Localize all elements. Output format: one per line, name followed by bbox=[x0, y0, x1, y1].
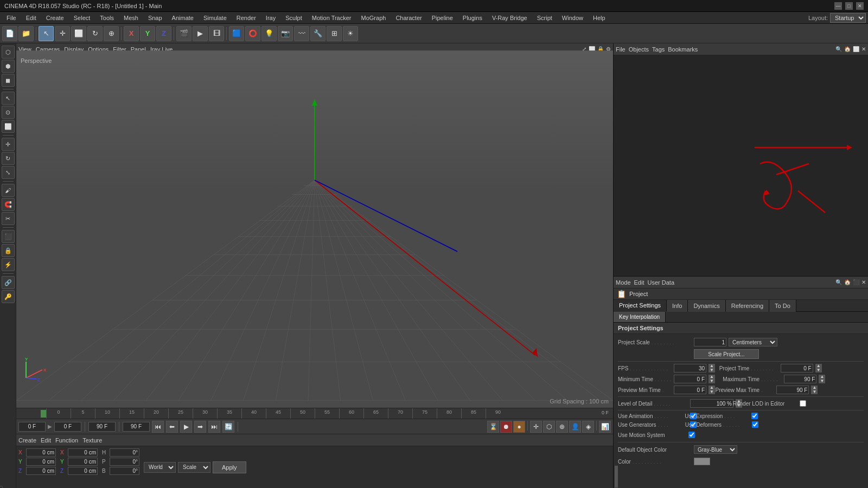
sidebar-live-sel[interactable]: ⊙ bbox=[2, 106, 15, 119]
props-userdata[interactable]: User Data bbox=[648, 279, 675, 286]
om-file[interactable]: File bbox=[616, 46, 626, 53]
material-create[interactable]: Create bbox=[18, 437, 36, 444]
toolbar-rotate[interactable]: ↻ bbox=[87, 26, 103, 41]
preview-max-input[interactable] bbox=[776, 386, 809, 394]
toolbar-cursor[interactable]: ↖ bbox=[39, 26, 54, 41]
menu-render[interactable]: Render bbox=[232, 14, 260, 22]
om-objects[interactable]: Objects bbox=[629, 46, 649, 53]
h-rotation[interactable] bbox=[110, 448, 139, 457]
z-scale[interactable] bbox=[68, 467, 98, 475]
toolbar-light[interactable]: 💡 bbox=[261, 26, 277, 41]
menu-edit[interactable]: Edit bbox=[22, 14, 41, 22]
menu-simulate[interactable]: Simulate bbox=[199, 14, 231, 22]
sidebar-move[interactable]: ✛ bbox=[2, 138, 15, 151]
sidebar-bottom1[interactable]: 🔗 bbox=[2, 276, 15, 289]
y-position[interactable] bbox=[26, 458, 56, 466]
props-edit[interactable]: Edit bbox=[634, 279, 644, 286]
preview-min-input[interactable] bbox=[674, 386, 706, 394]
tab-todo[interactable]: To Do bbox=[769, 300, 796, 312]
om-home-icon[interactable]: 🏠 bbox=[844, 46, 851, 52]
transform-mode-select[interactable]: Scale Move Rotate bbox=[178, 462, 210, 473]
default-color-select[interactable]: Gray-Blue Random Custom bbox=[694, 445, 737, 454]
toolbar-camera[interactable]: 📷 bbox=[278, 26, 293, 41]
props-scrollbar-thumb[interactable] bbox=[615, 466, 618, 487]
max-time-down[interactable]: ▼ bbox=[819, 379, 825, 383]
sidebar-polygon-mode[interactable]: ◼ bbox=[2, 74, 15, 87]
sidebar-magnet[interactable]: 🧲 bbox=[2, 198, 15, 211]
sidebar-rotate[interactable]: ↻ bbox=[2, 152, 15, 165]
sidebar-bevel[interactable]: 🔒 bbox=[2, 244, 15, 257]
pose-btn[interactable]: 👤 bbox=[569, 421, 581, 433]
toolbar-render-preview[interactable]: ▶ bbox=[193, 26, 208, 41]
props-layer-icon[interactable]: ⬛ bbox=[853, 279, 859, 285]
toolbar-bulb[interactable]: ☀ bbox=[343, 26, 358, 41]
fps-down[interactable]: ▼ bbox=[709, 368, 715, 373]
sidebar-select-tool[interactable]: ↖ bbox=[2, 92, 15, 105]
menu-vray[interactable]: V-Ray Bridge bbox=[488, 14, 532, 22]
menu-mograph[interactable]: MoGraph bbox=[357, 14, 391, 22]
end-frame-field[interactable] bbox=[88, 422, 116, 432]
world-space-select[interactable]: World Object bbox=[144, 462, 176, 473]
fps-input[interactable] bbox=[674, 364, 706, 373]
material-function[interactable]: Function bbox=[55, 437, 78, 444]
menu-motiontracker[interactable]: Motion Tracker bbox=[308, 14, 356, 22]
om-tags[interactable]: Tags bbox=[652, 46, 665, 53]
props-search-icon[interactable]: 🔍 bbox=[835, 279, 842, 285]
record-button[interactable]: ⏺ bbox=[500, 421, 512, 433]
toolbar-render-anim[interactable]: 🎞 bbox=[209, 26, 224, 41]
maximize-button[interactable]: □ bbox=[845, 2, 853, 10]
layout-select[interactable]: Startup bbox=[830, 13, 866, 23]
preview-min-down[interactable]: ▼ bbox=[709, 390, 715, 394]
use-deformers-checkbox[interactable] bbox=[752, 421, 758, 428]
toolbar-open[interactable]: 📁 bbox=[18, 26, 34, 41]
sidebar-paint[interactable]: 🖌 bbox=[2, 184, 15, 197]
toolbar-deformer[interactable]: 🔧 bbox=[310, 26, 326, 41]
material-edit[interactable]: Edit bbox=[41, 437, 51, 444]
menu-pipeline[interactable]: Pipeline bbox=[427, 14, 457, 22]
toolbar-cube[interactable]: 🟦 bbox=[229, 26, 244, 41]
preview-frame-field[interactable] bbox=[123, 422, 150, 432]
start-frame-field[interactable] bbox=[54, 422, 81, 432]
om-bookmarks[interactable]: Bookmarks bbox=[668, 46, 698, 53]
toolbar-y-axis[interactable]: Y bbox=[140, 26, 155, 41]
viewport[interactable]: View Cameras Display Options Filter Pane… bbox=[16, 43, 613, 408]
toolbar-transform[interactable]: ⊕ bbox=[104, 26, 119, 41]
b-rotation[interactable] bbox=[110, 467, 139, 475]
sidebar-object-mode[interactable]: ⬡ bbox=[2, 46, 15, 59]
menu-tools[interactable]: Tools bbox=[95, 14, 118, 22]
tab-referencing[interactable]: Referencing bbox=[726, 300, 769, 312]
menu-file[interactable]: File bbox=[2, 14, 21, 22]
props-close-icon[interactable]: ✕ bbox=[861, 279, 866, 285]
z-position[interactable] bbox=[26, 467, 56, 475]
ik-btn[interactable]: ⬡ bbox=[543, 421, 555, 433]
snap-anim-btn[interactable]: ⊕ bbox=[556, 421, 568, 433]
menu-window[interactable]: Window bbox=[558, 14, 588, 22]
menu-script[interactable]: Script bbox=[533, 14, 557, 22]
object-manager-content[interactable] bbox=[614, 55, 868, 276]
menu-snap[interactable]: Snap bbox=[144, 14, 167, 22]
go-to-start-button[interactable]: ⏮ bbox=[152, 421, 164, 433]
loop-button[interactable]: 🔄 bbox=[222, 421, 234, 433]
toolbar-sphere[interactable]: ⭕ bbox=[245, 26, 260, 41]
timeline-btn[interactable]: 📊 bbox=[599, 421, 611, 433]
p-rotation[interactable] bbox=[110, 458, 139, 466]
render-lod-checkbox[interactable] bbox=[800, 400, 806, 407]
x-position[interactable] bbox=[26, 448, 56, 457]
step-forward-button[interactable]: ➡ bbox=[194, 421, 206, 433]
sidebar-bridge[interactable]: ⚡ bbox=[2, 258, 15, 271]
record-active-button[interactable]: ● bbox=[513, 421, 525, 433]
close-button[interactable]: ✕ bbox=[856, 2, 864, 10]
toolbar-spline[interactable]: 〰 bbox=[294, 26, 309, 41]
toolbar-null[interactable]: ⊞ bbox=[327, 26, 342, 41]
menu-iray[interactable]: Iray bbox=[261, 14, 280, 22]
menu-select[interactable]: Select bbox=[69, 14, 95, 22]
menu-help[interactable]: Help bbox=[589, 14, 610, 22]
om-layer-icon[interactable]: ⬜ bbox=[853, 46, 859, 52]
project-scale-unit[interactable]: Centimeters Meters Inches bbox=[729, 338, 777, 346]
apply-button[interactable]: Apply bbox=[213, 461, 246, 473]
tab-dynamics[interactable]: Dynamics bbox=[688, 300, 725, 312]
menu-sculpt[interactable]: Sculpt bbox=[281, 14, 307, 22]
use-motion-checkbox[interactable] bbox=[688, 432, 695, 438]
sidebar-scale-btn[interactable]: ⤡ bbox=[2, 166, 15, 179]
menu-plugins[interactable]: Plugins bbox=[458, 14, 487, 22]
